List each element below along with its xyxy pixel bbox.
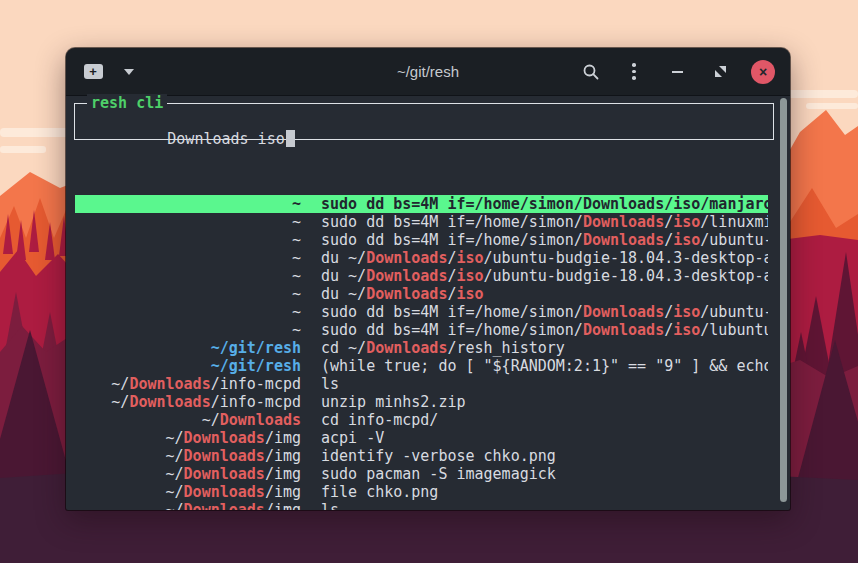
row-command: ls	[321, 501, 768, 510]
row-context: ~	[75, 249, 301, 267]
row-command: cd ~/Downloads/resh_history	[321, 339, 768, 357]
column-gap	[301, 375, 321, 393]
search-icon	[582, 63, 600, 81]
row-context: ~	[75, 213, 301, 231]
column-gap	[301, 303, 321, 321]
row-command: (while true; do [ "${RANDOM:2:1}" == "9"…	[321, 357, 768, 375]
row-command: acpi -V	[321, 429, 768, 447]
row-command: sudo dd bs=4M if=/home/simon/Downloads/i…	[321, 213, 768, 231]
column-gap	[301, 447, 321, 465]
history-row-selected[interactable]: ~sudo dd bs=4M if=/home/simon/Downloads/…	[75, 195, 768, 213]
row-context: ~/Downloads/img	[75, 429, 301, 447]
history-row[interactable]: ~/Downloads/imgacpi -V	[75, 429, 768, 447]
row-context: ~/Downloads/img	[75, 465, 301, 483]
history-row[interactable]: ~sudo dd bs=4M if=/home/simon/Downloads/…	[75, 303, 768, 321]
row-context: ~	[75, 303, 301, 321]
search-button[interactable]	[578, 59, 604, 85]
column-gap	[301, 339, 321, 357]
dropdown-caret-icon	[124, 69, 134, 75]
row-command: file chko.png	[321, 483, 768, 501]
history-row[interactable]: ~/git/resh(while true; do [ "${RANDOM:2:…	[75, 357, 768, 375]
new-tab-icon: +	[84, 64, 103, 79]
minimize-icon	[672, 71, 683, 73]
column-gap	[301, 195, 321, 213]
row-context: ~	[75, 285, 301, 303]
desktop: ~/git/resh +	[0, 0, 858, 563]
row-context: ~	[75, 267, 301, 285]
text-cursor	[286, 130, 295, 147]
row-context: ~/Downloads/img	[75, 501, 301, 510]
history-row[interactable]: ~du ~/Downloads/iso/ubuntu-budgie-18.04.…	[75, 249, 768, 267]
row-context: ~/Downloads/info-mcpd	[75, 375, 301, 393]
row-context: ~/git/resh	[75, 339, 301, 357]
scrollbar[interactable]	[780, 98, 787, 502]
history-row[interactable]: ~sudo dd bs=4M if=/home/simon/Downloads/…	[75, 231, 768, 249]
row-context: ~	[75, 321, 301, 339]
history-list: ~sudo dd bs=4M if=/home/simon/Downloads/…	[75, 195, 768, 510]
menu-kebab-icon	[632, 63, 636, 80]
close-icon: ×	[751, 60, 775, 84]
column-gap	[301, 285, 321, 303]
tab-chooser-button[interactable]	[116, 59, 142, 85]
history-row[interactable]: ~/Downloads/imgsudo pacman -S imagemagic…	[75, 465, 768, 483]
history-row[interactable]: ~/Downloads/imgidentify -verbose chko.pn…	[75, 447, 768, 465]
history-row[interactable]: ~/Downloads/info-mcpdunzip minhs2.zip	[75, 393, 768, 411]
row-context: ~/Downloads	[75, 411, 301, 429]
row-command: unzip minhs2.zip	[321, 393, 768, 411]
row-context: ~/Downloads/img	[75, 483, 301, 501]
titlebar: ~/git/resh +	[66, 48, 790, 96]
row-command: du ~/Downloads/iso/ubuntu-budgie-18.04.3…	[321, 267, 768, 285]
search-query-text: Downloads iso	[167, 130, 284, 148]
terminal-window: ~/git/resh +	[66, 48, 790, 510]
restore-button[interactable]	[707, 59, 733, 85]
restore-icon	[715, 66, 726, 77]
column-gap	[301, 501, 321, 510]
column-gap	[301, 429, 321, 447]
close-button[interactable]: ×	[750, 59, 776, 85]
row-command: du ~/Downloads/iso/ubuntu-budgie-18.04.3…	[321, 249, 768, 267]
row-command: sudo pacman -S imagemagick	[321, 465, 768, 483]
row-context: ~/Downloads/info-mcpd	[75, 393, 301, 411]
row-context: ~	[75, 231, 301, 249]
column-gap	[301, 321, 321, 339]
row-context: ~/git/resh	[75, 357, 301, 375]
menu-button[interactable]	[621, 59, 647, 85]
row-command: sudo dd bs=4M if=/home/simon/Downloads/i…	[321, 231, 768, 249]
minimize-button[interactable]	[664, 59, 690, 85]
row-command: identify -verbose chko.png	[321, 447, 768, 465]
new-tab-button[interactable]: +	[80, 59, 106, 85]
row-command: cd info-mcpd/	[321, 411, 768, 429]
column-gap	[301, 483, 321, 501]
column-gap	[301, 411, 321, 429]
history-row[interactable]: ~sudo dd bs=4M if=/home/simon/Downloads/…	[75, 213, 768, 231]
row-context: ~	[75, 195, 301, 213]
column-gap	[301, 393, 321, 411]
column-gap	[301, 267, 321, 285]
row-command: sudo dd bs=4M if=/home/simon/Downloads/i…	[321, 303, 768, 321]
column-gap	[301, 231, 321, 249]
column-gap	[301, 465, 321, 483]
history-row[interactable]: ~du ~/Downloads/iso	[75, 285, 768, 303]
resh-cli-label: resh cli	[87, 94, 167, 112]
row-command: du ~/Downloads/iso	[321, 285, 768, 303]
row-command: sudo dd bs=4M if=/home/simon/Downloads/i…	[321, 195, 768, 213]
history-row[interactable]: ~/Downloads/imgls	[75, 501, 768, 510]
row-context: ~/Downloads/img	[75, 447, 301, 465]
row-command: ls	[321, 375, 768, 393]
history-row[interactable]: ~/Downloadscd info-mcpd/	[75, 411, 768, 429]
column-gap	[301, 357, 321, 375]
resh-search-box[interactable]: resh cli Downloads iso	[74, 103, 774, 140]
history-row[interactable]: ~/Downloads/info-mcpdls	[75, 375, 768, 393]
history-row[interactable]: ~/Downloads/imgfile chko.png	[75, 483, 768, 501]
row-command: sudo dd bs=4M if=/home/simon/Downloads/i…	[321, 321, 768, 339]
terminal-content: resh cli Downloads iso ~sudo dd bs=4M if…	[66, 96, 790, 510]
search-input[interactable]: Downloads iso	[77, 112, 295, 166]
history-row[interactable]: ~sudo dd bs=4M if=/home/simon/Downloads/…	[75, 321, 768, 339]
history-row[interactable]: ~du ~/Downloads/iso/ubuntu-budgie-18.04.…	[75, 267, 768, 285]
column-gap	[301, 213, 321, 231]
history-row[interactable]: ~/git/reshcd ~/Downloads/resh_history	[75, 339, 768, 357]
column-gap	[301, 249, 321, 267]
